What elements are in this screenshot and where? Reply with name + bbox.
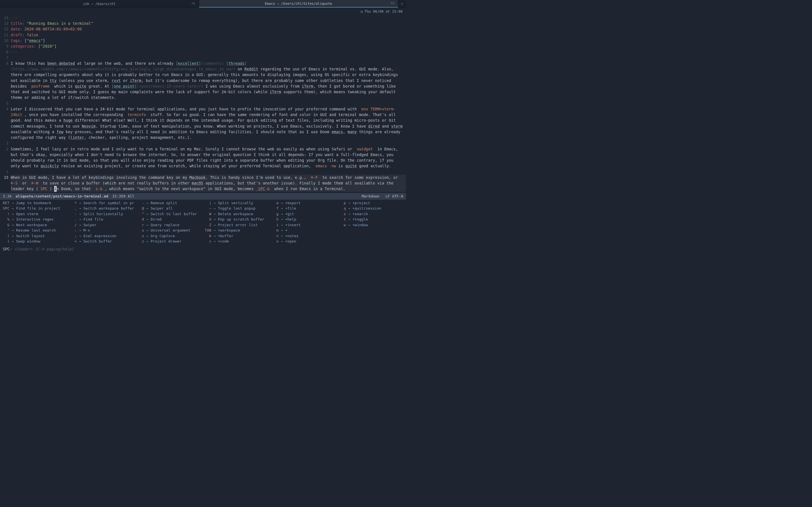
which-key-item[interactable]: & → Next workspace xyxy=(3,222,67,228)
line-number: 8 xyxy=(1,49,11,55)
which-key-item[interactable]: ! → Open vterm xyxy=(3,211,67,217)
datetime-text: Thu 06/08 at 15:08 xyxy=(364,9,403,13)
which-key-item[interactable]: ~ → Toggle last popup xyxy=(205,206,269,211)
line-number: 4 xyxy=(1,106,11,140)
buffer-size: 3.2k xyxy=(3,193,11,199)
which-key-item[interactable]: - → Remove split xyxy=(137,200,201,206)
which-key-item[interactable]: i → +insert xyxy=(272,222,336,228)
which-key-item[interactable]: w → +window xyxy=(339,222,403,228)
which-key-item[interactable]: : → M-x xyxy=(70,228,134,233)
which-key-item[interactable]: u → Universal argument xyxy=(137,228,201,233)
minibuffer[interactable]: SPC- <leader> [C-h paging/help] xyxy=(0,245,406,253)
which-key-popup: RET → Jump to bookmark * → Search for sy… xyxy=(0,200,406,245)
which-key-item[interactable]: < → Switch buffer xyxy=(70,238,134,244)
cursor-position: 15:359 xyxy=(112,193,125,199)
which-key-item[interactable]: SPC → Find file in project xyxy=(3,206,67,211)
which-key-item[interactable]: z → Project drawer xyxy=(137,238,201,244)
which-key-item[interactable]: m → + xyxy=(272,228,336,233)
line-number: 14 xyxy=(1,15,11,20)
which-key-item[interactable]: t → +toggle xyxy=(339,217,403,222)
which-key-item[interactable]: TAB → +workspace xyxy=(205,228,269,233)
which-key-item[interactable]: e → +export xyxy=(272,200,336,206)
which-key-item[interactable]: | → Split vertically xyxy=(205,200,269,206)
major-mode: Markdown xyxy=(362,194,379,198)
which-key-item[interactable]: f → +file xyxy=(272,206,336,211)
line-number-current: 15 xyxy=(1,175,11,192)
modeline: 3.2k aliquote/content/post/emacs-in-term… xyxy=(0,193,406,200)
which-key-item xyxy=(339,238,403,244)
line-number: 11 xyxy=(1,32,11,38)
line-number: 9 xyxy=(1,43,11,49)
which-key-item[interactable]: X → Pop up scratch buffer xyxy=(205,217,269,222)
which-key-item[interactable]: x → Org Capture xyxy=(137,233,201,239)
tab-label: zsh — /Users/chl xyxy=(83,1,116,6)
which-key-item[interactable]: RET → Jump to bookmark xyxy=(3,200,67,206)
tab-emacs[interactable]: Emacs — /Users/chl/Sites/aliquote ⌘2 xyxy=(199,0,398,8)
encoding: LF UTF-8 xyxy=(386,194,403,198)
which-key-item[interactable]: p → +project xyxy=(339,200,403,206)
which-key-item[interactable]: ; → Eval expression xyxy=(70,233,134,239)
buffer-percent: All xyxy=(128,193,134,199)
tab-shortcut: ⌘2 xyxy=(391,1,395,6)
which-key-item xyxy=(339,228,403,233)
which-key-item[interactable]: b → +buffer xyxy=(205,233,269,239)
which-key-item xyxy=(339,233,403,239)
which-key-item[interactable]: . → Find file xyxy=(70,217,134,222)
which-key-item[interactable]: h → +help xyxy=(272,217,336,222)
which-key-item[interactable]: ( → Switch layout xyxy=(3,233,67,239)
minibuffer-hint: <leader> [C-h paging/help] xyxy=(12,247,74,251)
which-key-item[interactable]: ' → Resume last search xyxy=(3,228,67,233)
which-key-item[interactable]: / → Swiper xyxy=(70,222,134,228)
which-key-item[interactable]: o → +open xyxy=(272,238,336,244)
tab-label: Emacs — /Users/chl/Sites/aliquote xyxy=(265,1,332,6)
which-key-item[interactable]: - → Split horizontally xyxy=(70,211,134,217)
which-key-item[interactable]: s → +search xyxy=(339,211,403,217)
which-key-item[interactable]: * → Search for symbol in projec.. xyxy=(70,200,134,206)
which-key-item[interactable]: Z → Project error list xyxy=(205,222,269,228)
minibuffer-prompt: SPC- xyxy=(3,247,12,251)
line-number: 6 xyxy=(1,61,11,101)
line-number: 13 xyxy=(1,20,11,26)
line-number: 2 xyxy=(1,146,11,169)
line-number: 5 xyxy=(1,101,11,106)
cursor: i xyxy=(54,186,56,191)
which-key-item[interactable]: q → +quit/session xyxy=(339,206,403,211)
clock-icon: ◷ xyxy=(361,9,363,13)
which-key-item[interactable]: ^ → Switch to last buffer xyxy=(137,211,201,217)
buffer-path: aliquote/content/post/emacs-in-terminal.… xyxy=(15,193,108,199)
which-key-item[interactable]: W → Delete workspace xyxy=(205,211,269,217)
which-key-item[interactable]: c → +code xyxy=(205,238,269,244)
line-number: 12 xyxy=(1,26,11,32)
which-key-item[interactable]: r → Query replace xyxy=(137,222,201,228)
which-key-item[interactable]: % → Interactive regex xyxy=(3,217,67,222)
line-number: 3 xyxy=(1,140,11,146)
which-key-item[interactable]: n → +notes xyxy=(272,233,336,239)
which-key-item[interactable]: d → Dired xyxy=(137,217,201,222)
which-key-item[interactable]: , → Switch workspace buffer xyxy=(70,206,134,211)
titlebar: zsh — /Users/chl ⌘1 Emacs — /Users/chl/S… xyxy=(0,0,406,8)
line-number: 7 xyxy=(1,55,11,61)
line-number: 10 xyxy=(1,38,11,43)
line-number: 1 xyxy=(1,169,11,175)
tab-shortcut: ⌘1 xyxy=(192,1,195,6)
which-key-item[interactable]: g → +git xyxy=(272,211,336,217)
editor-area[interactable]: 14--- 13title: "Running Emacs in a termi… xyxy=(0,15,406,193)
new-tab-button[interactable]: + xyxy=(398,0,406,8)
tab-zsh[interactable]: zsh — /Users/chl ⌘1 xyxy=(0,0,199,8)
which-key-item[interactable]: @ → Swiper all xyxy=(137,206,201,211)
which-key-item[interactable]: ) → Swap window xyxy=(3,238,67,244)
datetime: ◷Thu 06/08 at 15:08 xyxy=(0,8,406,15)
